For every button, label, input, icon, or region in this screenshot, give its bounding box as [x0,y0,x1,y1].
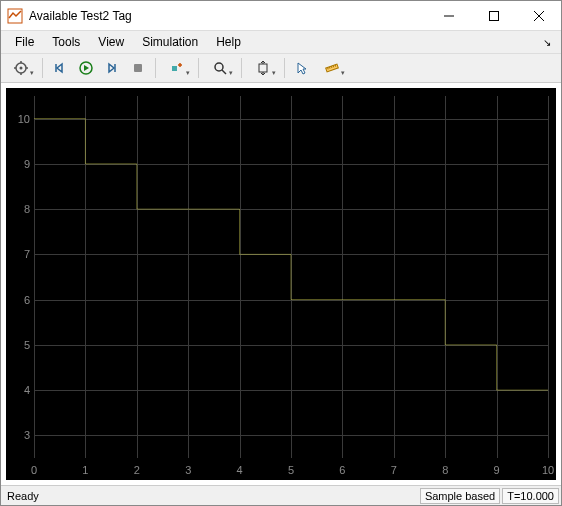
svg-point-6 [20,67,23,70]
scale-button[interactable] [247,56,279,80]
menu-overflow-icon[interactable]: ↘ [539,37,555,48]
y-tick-label: 3 [12,429,30,441]
x-tick-label: 6 [339,464,345,476]
y-tick-label: 9 [12,158,30,170]
status-ready: Ready [3,490,43,502]
svg-line-17 [222,70,226,74]
cursor-button[interactable] [290,56,314,80]
run-button[interactable] [74,56,98,80]
svg-rect-18 [259,64,267,72]
stop-button[interactable] [126,56,150,80]
menu-view[interactable]: View [90,33,132,51]
svg-rect-14 [134,64,142,72]
x-tick-label: 0 [31,464,37,476]
step-forward-button[interactable] [100,56,124,80]
x-tick-label: 5 [288,464,294,476]
settings-button[interactable] [5,56,37,80]
x-tick-label: 9 [494,464,500,476]
menu-help[interactable]: Help [208,33,249,51]
menu-tools[interactable]: Tools [44,33,88,51]
status-sample: Sample based [420,488,500,504]
close-button[interactable] [516,1,561,31]
grid-line-v [548,96,549,458]
svg-line-22 [331,66,332,68]
toolbar [1,53,561,83]
y-tick-label: 6 [12,294,30,306]
plot-axes: 012345678910345678910 [34,96,548,458]
svg-rect-15 [172,66,177,71]
svg-line-23 [333,65,334,67]
x-tick-label: 7 [391,464,397,476]
menu-bar: File Tools View Simulation Help ↘ [1,31,561,53]
app-icon [7,8,23,24]
zoom-button[interactable] [204,56,236,80]
svg-point-16 [215,63,223,71]
status-time: T=10.000 [502,488,559,504]
x-tick-label: 10 [542,464,554,476]
svg-line-21 [329,67,330,69]
plot-container[interactable]: 012345678910345678910 [6,88,556,480]
minimize-button[interactable] [426,1,471,31]
y-tick-label: 10 [12,113,30,125]
menu-file[interactable]: File [7,33,42,51]
plot-area: 012345678910345678910 [1,83,561,485]
chart-line [34,96,548,458]
highlight-button[interactable] [161,56,193,80]
x-tick-label: 3 [185,464,191,476]
y-tick-label: 7 [12,248,30,260]
svg-line-24 [335,65,336,67]
y-tick-label: 5 [12,339,30,351]
title-bar: Available Test2 Tag [1,1,561,31]
svg-line-20 [328,67,329,69]
x-tick-label: 1 [82,464,88,476]
status-bar: Ready Sample based T=10.000 [1,485,561,505]
x-tick-label: 4 [237,464,243,476]
x-tick-label: 8 [442,464,448,476]
menu-simulation[interactable]: Simulation [134,33,206,51]
y-tick-label: 4 [12,384,30,396]
step-back-button[interactable] [48,56,72,80]
window-title: Available Test2 Tag [29,9,426,23]
x-tick-label: 2 [134,464,140,476]
maximize-button[interactable] [471,1,516,31]
svg-rect-2 [489,11,498,20]
measure-button[interactable] [316,56,348,80]
y-tick-label: 8 [12,203,30,215]
